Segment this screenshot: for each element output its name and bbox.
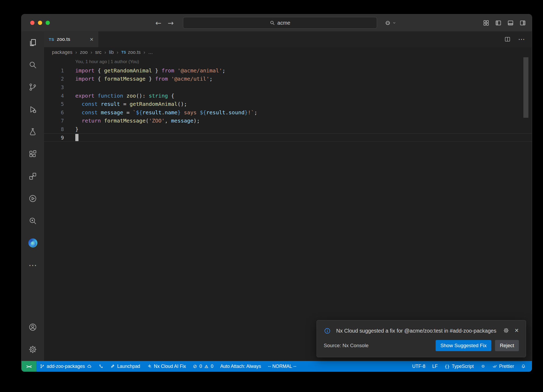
eol-label: LF: [432, 364, 437, 369]
files-icon: [28, 38, 37, 47]
search-view-button[interactable]: [21, 54, 44, 76]
testing-view-button[interactable]: [21, 120, 44, 143]
layout-controls: [483, 14, 526, 31]
prettier-status-item[interactable]: Prettier: [489, 361, 518, 372]
play-circle-icon: [28, 194, 37, 203]
gear-icon: [28, 345, 37, 354]
accounts-button[interactable]: [21, 316, 44, 338]
code-text: return formatMessage('ZOO', message);: [75, 117, 200, 124]
breadcrumb-item-4[interactable]: TSzoo.ts: [121, 50, 141, 55]
code-line-1[interactable]: 1import { getRandomAnimal } from '@acme/…: [44, 66, 532, 75]
git-branch-status-item[interactable]: add-zoo-packages: [36, 361, 95, 372]
gitlens-blame-annotation: You, 1 hour ago | 1 author (You): [75, 57, 532, 66]
breadcrumb-item-5[interactable]: …: [148, 50, 153, 55]
branch-name: add-zoo-packages: [47, 364, 85, 369]
breadcrumb-separator: ›: [117, 49, 118, 55]
tab-label: zoo.ts: [57, 36, 70, 42]
nx-cloud-ai-fix-status-item[interactable]: Nx Cloud AI Fix: [144, 361, 190, 372]
editor-scrollbar[interactable]: [523, 57, 528, 118]
commit-graph-status-item[interactable]: [95, 361, 107, 372]
vim-mode-status-item[interactable]: -- NORMAL --: [264, 361, 300, 372]
code-text: import { getRandomAnimal } from '@acme/a…: [75, 67, 225, 74]
language-label: TypeScript: [452, 364, 474, 369]
copilot-status-item[interactable]: [477, 361, 489, 372]
code-line-6[interactable]: 6 const message = `${result.name} says $…: [44, 108, 532, 117]
notification-message: Nx Cloud suggested a fix for @acme/zoo:t…: [336, 327, 498, 335]
minimize-window-button[interactable]: [38, 21, 42, 25]
run-debug-view-button[interactable]: [21, 98, 44, 120]
remote-indicator[interactable]: ><: [21, 361, 36, 372]
encoding-label: UTF-8: [412, 364, 426, 369]
toggle-primary-sidebar-icon[interactable]: [495, 20, 502, 26]
code-line-2[interactable]: 2import { formatMessage } from '@acme/ut…: [44, 75, 532, 83]
breadcrumb-item-2[interactable]: src: [95, 50, 102, 55]
edge-tools-view-button[interactable]: [21, 232, 44, 254]
copilot-icon: [481, 364, 485, 369]
additional-views-button[interactable]: ⋯: [21, 254, 44, 276]
history-navigation: ← →: [155, 19, 174, 27]
tab-zoo-ts[interactable]: TS zoo.ts ✕: [44, 31, 98, 47]
code-lines-container: 1import { getRandomAnimal } from '@acme/…: [44, 66, 532, 142]
code-editor[interactable]: You, 1 hour ago | 1 author (You) 1import…: [44, 57, 532, 361]
toggle-panel-icon[interactable]: [507, 20, 514, 26]
code-line-8[interactable]: 8}: [44, 125, 532, 133]
code-text: const message = `${result.name} says ${r…: [75, 109, 257, 116]
code-line-5[interactable]: 5 const result = getRandomAnimal();: [44, 100, 532, 108]
customize-layout-icon[interactable]: [483, 20, 489, 26]
search-icon: [270, 20, 275, 25]
breadcrumb-item-1[interactable]: zoo: [80, 50, 87, 55]
extensions-view-button[interactable]: [21, 143, 44, 165]
breadcrumb-item-0[interactable]: packages: [52, 50, 72, 55]
vim-block-cursor: [75, 134, 78, 141]
notification-toast: Nx Cloud suggested a fix for @acme/zoo:t…: [317, 320, 526, 357]
notification-settings-gear-icon[interactable]: [503, 328, 509, 333]
close-window-button[interactable]: [30, 21, 34, 25]
code-line-7[interactable]: 7 return formatMessage('ZOO', message);: [44, 117, 532, 125]
title-bar: ← → acme: [21, 14, 532, 31]
code-text: const result = getRandomAnimal();: [75, 101, 187, 107]
encoding-status-item[interactable]: UTF-8: [409, 361, 429, 372]
explorer-view-button[interactable]: [21, 31, 44, 54]
auto-attach-status-item[interactable]: Auto Attach: Always: [217, 361, 265, 372]
manage-button[interactable]: [21, 338, 44, 360]
command-center-search[interactable]: acme: [183, 17, 377, 29]
inspect-view-button[interactable]: [21, 210, 44, 232]
notifications-bell-status-item[interactable]: [518, 361, 529, 372]
breadcrumb-item-3[interactable]: lib: [109, 50, 114, 55]
copilot-menu[interactable]: [384, 14, 396, 31]
problems-status-item[interactable]: 0 0: [189, 361, 217, 372]
split-editor-icon[interactable]: [504, 36, 511, 42]
reject-button[interactable]: Reject: [495, 340, 519, 351]
back-button[interactable]: ←: [155, 19, 161, 27]
code-line-9[interactable]: 9: [44, 133, 532, 142]
rocket-icon: [110, 364, 115, 369]
forward-button[interactable]: →: [168, 19, 174, 27]
zoom-window-button[interactable]: [46, 21, 50, 25]
eol-status-item[interactable]: LF: [429, 361, 441, 372]
extensions-icon: [28, 150, 37, 158]
more-actions-button[interactable]: ⋯: [518, 35, 525, 43]
errors-count: 0: [199, 364, 202, 369]
toggle-secondary-sidebar-icon[interactable]: [519, 20, 526, 26]
account-icon: [28, 323, 37, 332]
code-line-3[interactable]: 3: [44, 83, 532, 92]
nx-console-view-button[interactable]: [21, 165, 44, 187]
show-suggested-fix-button[interactable]: Show Suggested Fix: [436, 340, 491, 351]
launchpad-status-item[interactable]: Launchpad: [107, 361, 144, 372]
notification-close-icon[interactable]: ✕: [514, 327, 519, 334]
run-target-view-button[interactable]: [21, 187, 44, 210]
close-tab-button[interactable]: ✕: [90, 37, 94, 42]
line-number: 1: [44, 68, 64, 73]
code-line-4[interactable]: 4export function zoo(): string {: [44, 92, 532, 100]
line-number: 8: [44, 126, 64, 132]
line-number: 5: [44, 101, 64, 107]
command-center-text: acme: [277, 20, 290, 26]
vscode-window: ← → acme: [21, 14, 532, 372]
beaker-icon: [28, 127, 37, 136]
source-control-view-button[interactable]: [21, 76, 44, 98]
breadcrumb: packages›zoo›src›lib›TSzoo.ts›…: [44, 47, 532, 57]
warning-icon: [204, 364, 209, 369]
desktop-background: { "colors": { "status_bar_bg": "#0078d4"…: [0, 0, 543, 392]
language-mode-status-item[interactable]: {} TypeScript: [441, 361, 477, 372]
remote-indicator-label: ><: [26, 364, 32, 369]
